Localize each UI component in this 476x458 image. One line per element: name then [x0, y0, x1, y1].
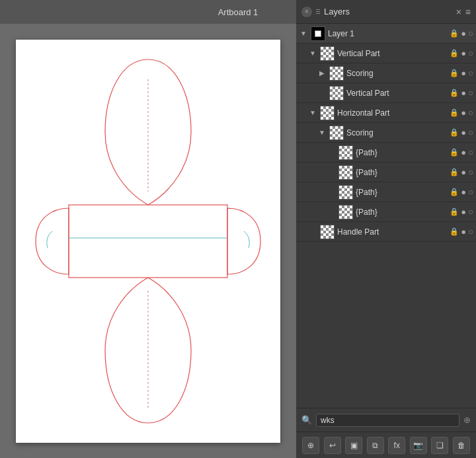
eye-icon[interactable]: ● — [461, 147, 466, 157]
layer-row[interactable]: ▼Scoring🔒●○ — [296, 123, 476, 143]
select-circle-icon[interactable]: ○ — [468, 167, 473, 177]
select-circle-icon[interactable]: ○ — [468, 108, 473, 118]
layer-name: Vertical Part — [337, 49, 450, 58]
layer-thumbnail — [329, 86, 344, 100]
layer-row[interactable]: {Path}🔒●○ — [296, 202, 476, 222]
eye-icon[interactable]: ● — [461, 88, 466, 98]
layer-thumbnail — [320, 46, 335, 61]
layers-header: × Layers × ≡ — [296, 0, 476, 24]
rasterize-button[interactable]: 📷 — [410, 437, 427, 454]
lock-icon[interactable]: 🔒 — [450, 89, 459, 97]
add-effect-button[interactable]: fx — [388, 437, 405, 454]
new-layer-button[interactable]: ⊕ — [302, 437, 319, 454]
layer-row[interactable]: {Path}🔒●○ — [296, 182, 476, 202]
select-circle-icon[interactable]: ○ — [468, 187, 473, 197]
layers-list[interactable]: ▼Layer 1🔒●○▼Vertical Part🔒●○▶Scoring🔒●○V… — [296, 24, 476, 408]
lock-icon[interactable]: 🔒 — [450, 29, 459, 38]
layer-name: Scoring — [346, 128, 450, 137]
layer-name: Handle Part — [337, 227, 450, 237]
select-circle-icon[interactable]: ○ — [468, 48, 473, 58]
search-clear-button[interactable]: ⊕ — [463, 415, 471, 425]
layer-row[interactable]: {Path}🔒●○ — [296, 143, 476, 163]
lock-icon[interactable]: 🔒 — [450, 227, 459, 236]
layer-thumbnail — [320, 225, 335, 239]
layer-arrow[interactable]: ▼ — [308, 109, 317, 116]
layer-arrow[interactable]: ▼ — [317, 129, 327, 136]
lock-icon[interactable]: 🔒 — [450, 128, 459, 137]
layer-icons: 🔒●○ — [450, 207, 473, 217]
select-circle-icon[interactable]: ○ — [468, 227, 473, 237]
collect-in-new-layer-button[interactable]: ↩ — [324, 437, 341, 454]
layer-name: {Path} — [356, 188, 450, 197]
search-input[interactable] — [316, 414, 459, 427]
eye-icon[interactable]: ● — [461, 167, 466, 177]
layer-name: {Path} — [356, 148, 450, 157]
merge-selected-button[interactable]: ⧉ — [367, 437, 384, 454]
eye-icon[interactable]: ● — [461, 207, 466, 217]
lock-icon[interactable]: 🔒 — [450, 49, 459, 57]
layer-row[interactable]: Handle Part🔒●○ — [296, 222, 476, 242]
panel-grip — [316, 7, 320, 17]
layer-thumbnail — [329, 126, 344, 140]
eye-icon[interactable]: ● — [461, 128, 466, 137]
lock-icon[interactable]: 🔒 — [450, 148, 459, 157]
panel-menu-button[interactable]: ≡ — [465, 7, 471, 17]
svg-rect-0 — [69, 205, 227, 278]
artboard — [16, 40, 280, 443]
layer-icons: 🔒●○ — [450, 227, 473, 237]
layer-thumbnail — [329, 66, 344, 81]
layer-arrow[interactable]: ▼ — [308, 50, 317, 57]
panel-close-x[interactable]: × — [456, 7, 461, 17]
lock-icon[interactable]: 🔒 — [450, 69, 459, 77]
eye-icon[interactable]: ● — [461, 108, 466, 118]
search-icon: 🔍 — [301, 415, 312, 425]
layer-name: {Path} — [356, 208, 450, 217]
layer-thumbnail — [338, 205, 353, 219]
layer-row[interactable]: ▼Horizontal Part🔒●○ — [296, 103, 476, 123]
layer-name: Vertical Part — [346, 89, 450, 98]
layer-icons: 🔒●○ — [450, 48, 473, 58]
layer-name: Horizontal Part — [337, 108, 450, 118]
canvas-area — [0, 24, 296, 458]
select-circle-icon[interactable]: ○ — [468, 88, 473, 98]
layer-thumbnail — [338, 145, 353, 160]
artwork-svg — [16, 40, 280, 443]
layer-thumbnail — [338, 165, 353, 180]
select-circle-icon[interactable]: ○ — [468, 68, 473, 78]
artboard-title: Artboard 1 — [218, 7, 258, 17]
panel-title: Layers — [324, 7, 452, 17]
select-circle-icon[interactable]: ○ — [468, 28, 473, 38]
delete-button[interactable]: 🗑 — [453, 437, 470, 454]
layer-arrow[interactable]: ▼ — [299, 30, 308, 37]
select-circle-icon[interactable]: ○ — [468, 147, 473, 157]
layer-thumbnail — [311, 26, 325, 41]
eye-icon[interactable]: ● — [461, 227, 466, 237]
make-clipping-mask-button[interactable]: ▣ — [345, 437, 362, 454]
select-circle-icon[interactable]: ○ — [468, 207, 473, 217]
bottom-toolbar: ⊕↩▣⧉fx📷❑🗑 — [296, 432, 476, 458]
lock-icon[interactable]: 🔒 — [450, 188, 459, 196]
layer-row[interactable]: {Path}🔒●○ — [296, 163, 476, 182]
layer-thumbnail — [338, 185, 353, 200]
layer-row[interactable]: ▼Layer 1🔒●○ — [296, 24, 476, 44]
lock-icon[interactable]: 🔒 — [450, 108, 459, 117]
layer-icons: 🔒●○ — [450, 88, 473, 98]
layer-name: Scoring — [346, 69, 450, 78]
lock-icon[interactable]: 🔒 — [450, 208, 459, 216]
layer-icons: 🔒●○ — [450, 68, 473, 78]
select-circle-icon[interactable]: ○ — [468, 128, 473, 137]
eye-icon[interactable]: ● — [461, 28, 466, 38]
layer-arrow[interactable]: ▶ — [317, 69, 327, 77]
lock-icon[interactable]: 🔒 — [450, 168, 459, 176]
panel-close-button[interactable]: × — [301, 7, 312, 17]
layer-row[interactable]: ▶Scoring🔒●○ — [296, 63, 476, 83]
layer-icons: 🔒●○ — [450, 28, 473, 38]
layer-row[interactable]: ▼Vertical Part🔒●○ — [296, 44, 476, 63]
eye-icon[interactable]: ● — [461, 187, 466, 197]
layer-row[interactable]: Vertical Part🔒●○ — [296, 83, 476, 103]
eye-icon[interactable]: ● — [461, 48, 466, 58]
layer-name: Layer 1 — [328, 29, 450, 38]
layer-icons: 🔒●○ — [450, 187, 473, 197]
eye-icon[interactable]: ● — [461, 68, 466, 78]
release-button[interactable]: ❑ — [431, 437, 448, 454]
